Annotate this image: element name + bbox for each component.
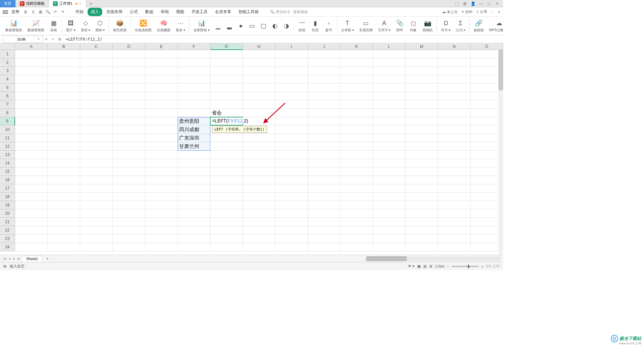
cell-G11[interactable]: [210, 134, 243, 142]
cell-D11[interactable]: [113, 134, 145, 142]
cell-I17[interactable]: [275, 184, 308, 193]
cell-D8[interactable]: [113, 109, 145, 117]
cell-N2[interactable]: [438, 58, 471, 67]
cell-M16[interactable]: [406, 176, 438, 184]
cell-F21[interactable]: [178, 218, 210, 226]
cell-A13[interactable]: [15, 151, 48, 159]
cell-I21[interactable]: [275, 218, 308, 226]
cell-N19[interactable]: [438, 201, 471, 209]
cell-J19[interactable]: [308, 201, 340, 209]
ribbon-折线[interactable]: 〰折线: [295, 18, 309, 33]
cell-M6[interactable]: [406, 92, 438, 100]
cell-F2[interactable]: [178, 58, 210, 67]
add-sheet-button[interactable]: +: [44, 256, 51, 261]
cell-I19[interactable]: [275, 201, 308, 209]
cell-C22[interactable]: [80, 226, 113, 235]
cancel-formula-icon[interactable]: ×: [43, 37, 50, 42]
cell-B8[interactable]: [48, 109, 80, 117]
cell-D13[interactable]: [113, 151, 145, 159]
cell-K24[interactable]: [340, 243, 373, 251]
cell-J13[interactable]: [308, 151, 340, 159]
cell-L6[interactable]: [373, 92, 406, 100]
cell-B6[interactable]: [48, 92, 80, 100]
cell-K20[interactable]: [340, 209, 373, 218]
cell-E7[interactable]: [145, 100, 178, 109]
col-header-H[interactable]: H: [243, 43, 275, 50]
cell-I6[interactable]: [275, 92, 308, 100]
cell-E22[interactable]: [145, 226, 178, 235]
cell-J3[interactable]: [308, 67, 340, 75]
cell-N20[interactable]: [438, 209, 471, 218]
sheet-tab-1[interactable]: Sheet1: [22, 256, 42, 261]
cell-L5[interactable]: [373, 84, 406, 92]
cell-G14[interactable]: [210, 159, 243, 167]
cell-M18[interactable]: [406, 193, 438, 201]
row-header-3[interactable]: 3: [0, 67, 15, 75]
cell-I9[interactable]: [275, 117, 308, 126]
cell-D2[interactable]: [113, 58, 145, 67]
cell-D6[interactable]: [113, 92, 145, 100]
row-header-9[interactable]: 9: [0, 117, 15, 126]
cell-I10[interactable]: [275, 126, 308, 134]
cell-B2[interactable]: [48, 58, 80, 67]
cell-B12[interactable]: [48, 142, 80, 151]
cell-E4[interactable]: [145, 75, 178, 84]
cell-K5[interactable]: [340, 84, 373, 92]
cell-A18[interactable]: [15, 193, 48, 201]
cell-L9[interactable]: [373, 117, 406, 126]
cell-A16[interactable]: [15, 176, 48, 184]
cell-I18[interactable]: [275, 193, 308, 201]
menu-formula[interactable]: 公式: [126, 8, 141, 16]
cell-H24[interactable]: [243, 243, 275, 251]
cell-G6[interactable]: [210, 92, 243, 100]
cell-K2[interactable]: [340, 58, 373, 67]
cell-A15[interactable]: [15, 167, 48, 176]
col-header-J[interactable]: J: [308, 43, 340, 50]
cell-J11[interactable]: [308, 134, 340, 142]
cell-A23[interactable]: [15, 235, 48, 243]
cell-E1[interactable]: [145, 50, 178, 58]
cell-G24[interactable]: [210, 243, 243, 251]
ribbon-chart-16[interactable]: ◐: [269, 22, 281, 30]
ribbon-更多[interactable]: ⋯更多 ▾: [173, 18, 190, 33]
cell-H18[interactable]: [243, 193, 275, 201]
cell-N10[interactable]: [438, 126, 471, 134]
cell-N24[interactable]: [438, 243, 471, 251]
cell-H4[interactable]: [243, 75, 275, 84]
cell-I11[interactable]: [275, 134, 308, 142]
cell-K18[interactable]: [340, 193, 373, 201]
row-header-24[interactable]: 24: [0, 243, 15, 251]
cell-E5[interactable]: [145, 84, 178, 92]
cell-D20[interactable]: [113, 209, 145, 218]
cell-C24[interactable]: [80, 243, 113, 251]
cell-K8[interactable]: [340, 109, 373, 117]
cell-F6[interactable]: [178, 92, 210, 100]
cell-H16[interactable]: [243, 176, 275, 184]
cell-M4[interactable]: [406, 75, 438, 84]
col-header-O[interactable]: O: [471, 43, 503, 50]
cell-I22[interactable]: [275, 226, 308, 235]
cell-C5[interactable]: [80, 84, 113, 92]
cell-D1[interactable]: [113, 50, 145, 58]
cell-K22[interactable]: [340, 226, 373, 235]
status-icon[interactable]: ⊞: [3, 264, 6, 268]
cell-H7[interactable]: [243, 100, 275, 109]
cell-B21[interactable]: [48, 218, 80, 226]
row-header-5[interactable]: 5: [0, 84, 15, 92]
ribbon-数据透视图[interactable]: 📈数据透视图: [25, 18, 47, 33]
export-icon[interactable]: ⎘: [30, 9, 36, 15]
cell-L11[interactable]: [373, 134, 406, 142]
cell-N16[interactable]: [438, 176, 471, 184]
cell-A20[interactable]: [15, 209, 48, 218]
cell-A8[interactable]: [15, 109, 48, 117]
cell-L10[interactable]: [373, 126, 406, 134]
cell-L1[interactable]: [373, 50, 406, 58]
cell-I12[interactable]: [275, 142, 308, 151]
cell-B18[interactable]: [48, 193, 80, 201]
cell-B11[interactable]: [48, 134, 80, 142]
cell-G4[interactable]: [210, 75, 243, 84]
minimize-button[interactable]: —: [478, 1, 484, 6]
cell-C6[interactable]: [80, 92, 113, 100]
cell-E8[interactable]: [145, 109, 178, 117]
cell-D12[interactable]: [113, 142, 145, 151]
